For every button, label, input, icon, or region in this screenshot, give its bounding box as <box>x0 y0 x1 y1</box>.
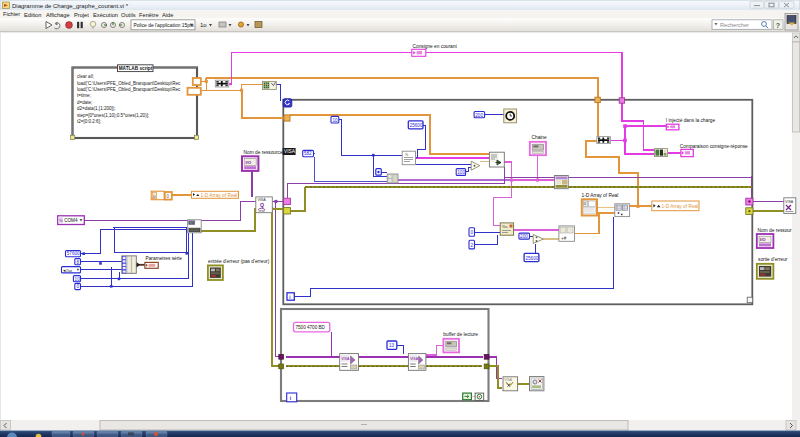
svg-text:t2=[0:0.2:6];: t2=[0:0.2:6]; <box>77 119 101 124</box>
svg-text:Projet: Projet <box>74 12 89 18</box>
svg-text:1-D Array of Real: 1-D Array of Real <box>582 193 619 198</box>
svg-text:1-D Array of Real: 1-D Array of Real <box>662 204 699 209</box>
svg-text:Diagramme de Charge_graphe_cou: Diagramme de Charge_graphe_courant.vi * <box>12 3 129 9</box>
svg-text:Chaine: Chaine <box>532 135 548 140</box>
svg-text:load('C:\Users\PFE_Obled_Branq: load('C:\Users\PFE_Obled_Branquart\Deskt… <box>77 87 181 92</box>
svg-text:d=date;: d=date; <box>77 100 92 105</box>
svg-text:I/O: I/O <box>760 237 766 242</box>
svg-text:step=[0*ones(1,10);0.5*ones(1,: step=[0*ones(1,10);0.5*ones(1,20)]; <box>77 113 149 118</box>
svg-text:Fichier: Fichier <box>3 11 20 17</box>
svg-text:8: 8 <box>76 260 79 265</box>
svg-text:0: 0 <box>76 284 79 289</box>
svg-text:VISA: VISA <box>504 378 512 382</box>
svg-text:I injecté dans la charge: I injecté dans la charge <box>666 118 716 123</box>
svg-text:d2=data(1,[1:200]);: d2=data(1,[1:200]); <box>77 106 116 111</box>
svg-text:7500 4700 BD: 7500 4700 BD <box>296 325 326 330</box>
svg-text:0: 0 <box>470 230 473 235</box>
svg-text:Q: Q <box>260 202 264 208</box>
svg-text:load('C:\Users\PFE_Obled_Branq: load('C:\Users\PFE_Obled_Branquart\Deskt… <box>77 81 181 86</box>
svg-text:10: 10 <box>75 277 81 282</box>
svg-text:buffer de lecture: buffer de lecture <box>443 332 478 337</box>
svg-text:VISA: VISA <box>785 200 794 204</box>
svg-text:Rechercher: Rechercher <box>720 22 749 28</box>
svg-text:entrée d'erreur (pas d'erreur): entrée d'erreur (pas d'erreur) <box>208 259 270 264</box>
svg-text:COM4: COM4 <box>64 218 78 223</box>
svg-text:Edition: Edition <box>24 12 41 18</box>
svg-text:2: 2 <box>470 243 473 248</box>
svg-text:%: % <box>59 218 63 223</box>
svg-text:100: 100 <box>457 170 465 175</box>
svg-text:?: ? <box>776 22 780 29</box>
svg-text:Comparaison consigne-réponse: Comparaison consigne-réponse <box>680 144 748 149</box>
svg-text:582: 582 <box>304 151 312 156</box>
svg-text:VISA: VISA <box>341 357 350 361</box>
svg-text:10: 10 <box>332 118 338 123</box>
svg-text:MATLAB script: MATLAB script <box>119 66 153 71</box>
svg-text:Outils: Outils <box>121 12 136 18</box>
svg-text:25600: 25600 <box>526 256 539 261</box>
svg-text:Exécution: Exécution <box>93 12 118 18</box>
svg-text:Nom de ressour: Nom de ressour <box>758 228 793 233</box>
svg-text:sortie d'erreur: sortie d'erreur <box>758 257 788 262</box>
svg-text:Fenêtre: Fenêtre <box>139 12 159 18</box>
svg-text:t=time;: t=time; <box>77 93 91 98</box>
svg-text:Affichage: Affichage <box>46 12 70 18</box>
svg-text:25600: 25600 <box>410 123 423 128</box>
svg-text:0: 0 <box>167 194 170 199</box>
svg-text:57600: 57600 <box>67 251 80 256</box>
svg-text:i: i <box>289 295 290 300</box>
svg-text:clear all;: clear all; <box>77 74 94 79</box>
svg-text:Aide: Aide <box>162 12 173 18</box>
svg-text:I/O: I/O <box>245 160 251 165</box>
svg-text:VISA: VISA <box>284 149 296 154</box>
svg-text:Consigne en courant: Consigne en courant <box>413 44 458 49</box>
svg-text:%s: %s <box>502 224 508 229</box>
svg-text:VISA: VISA <box>410 357 419 361</box>
svg-text:1o: 1o <box>200 22 207 28</box>
svg-text:Parametres série: Parametres série <box>146 256 183 261</box>
svg-text:13: 13 <box>389 343 395 348</box>
svg-text:200: 200 <box>475 113 483 118</box>
svg-text:+#: +# <box>561 236 567 241</box>
svg-text:Nom de ressource: Nom de ressource <box>244 150 284 155</box>
svg-text:◂Oui: ◂Oui <box>63 268 72 273</box>
svg-text:instr: instr <box>259 209 266 213</box>
svg-text:1-D Array of Real: 1-D Array of Real <box>201 193 238 198</box>
svg-text:Police de l'application 15pts: Police de l'application 15pts <box>134 23 195 28</box>
svg-text:200: 200 <box>520 234 528 239</box>
svg-text:SRX: SRX <box>189 221 197 225</box>
svg-text:0: 0 <box>584 202 586 206</box>
